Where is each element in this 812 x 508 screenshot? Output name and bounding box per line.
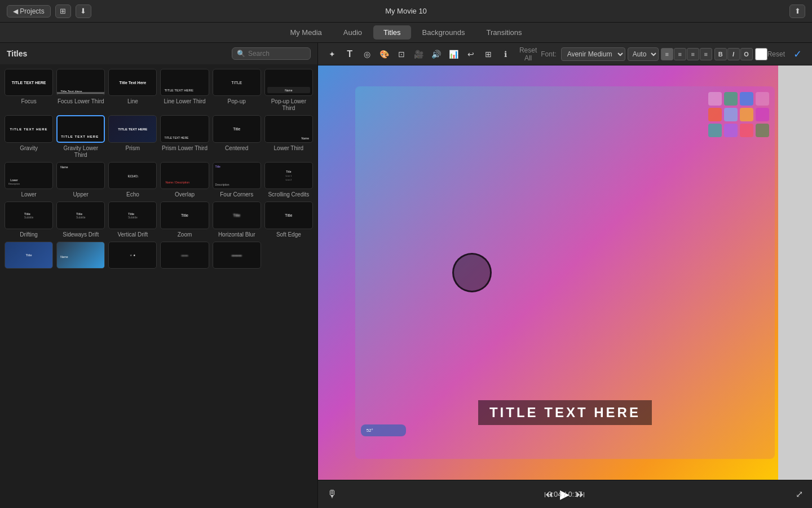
style-button[interactable]: ◎ [359, 46, 374, 62]
title-thumb-gravity: TITLE TEXT HERE [5, 115, 53, 142]
italic-button[interactable]: I [727, 48, 740, 60]
title-name-drifting: Drifting [20, 231, 38, 238]
list-item[interactable]: TITLE TEXT HERE Gravity [5, 115, 53, 158]
list-item[interactable]: Title Text Here Focus [5, 69, 53, 112]
font-size-select[interactable]: Auto 12 24 36 48 [628, 47, 659, 61]
list-item[interactable]: TITLE TEXT HERE Prism Lower Third [160, 115, 209, 158]
info-button[interactable]: ℹ [498, 46, 513, 62]
magic-wand-button[interactable]: ✦ [325, 46, 340, 62]
titles-panel: Titles 🔍 Title Text Here Focus Title Tex… [0, 43, 318, 508]
tab-backgrounds[interactable]: Backgrounds [412, 25, 475, 40]
letterbox-right [778, 65, 812, 480]
title-thumb-sideways-drift: Title Subtitle [56, 202, 105, 229]
tab-transitions[interactable]: Transitions [476, 25, 532, 40]
title-name-focus: Focus [21, 98, 36, 105]
app-title: My Movie 10 [385, 7, 427, 15]
list-item[interactable]: ECHO ECHO Echo [108, 162, 157, 198]
title-name-prism: Prism [126, 145, 140, 152]
transport-bar: 🎙 ⏮ ▶ ⏭ 0:04 / 0:17 ⤢ [318, 480, 812, 508]
title-thumb-scrolling-credits: Title Line 1 Line 2 [264, 162, 313, 189]
confirm-button[interactable]: ✓ [789, 46, 805, 62]
list-item[interactable]: ▬▬ [160, 242, 209, 271]
list-item[interactable]: Title Zoom [160, 202, 209, 238]
tab-audio[interactable]: Audio [333, 25, 372, 40]
title-thumb-extra5: ▬▬▬ [213, 242, 261, 269]
text-button[interactable]: T [342, 46, 358, 62]
list-item[interactable]: TITLE TEXT HERE Gravity Lower Third [56, 115, 105, 158]
list-item[interactable]: Title Horizontal Blur [213, 202, 261, 238]
projects-button[interactable]: ◀ Projects [7, 5, 51, 17]
title-name-focus-lower-third: Focus Lower Third [58, 98, 104, 105]
title-name-lower: Lower [21, 191, 36, 198]
list-item[interactable]: Name [56, 242, 105, 271]
camera-button[interactable]: 🎥 [412, 46, 427, 62]
list-item[interactable]: Title Subtitle Sideways Drift [56, 202, 105, 238]
list-item[interactable]: Title Text Here Focus Lower Third [56, 69, 105, 112]
list-item[interactable]: Title Description Four Corners [213, 162, 261, 198]
list-item[interactable]: Title Subtitle Drifting [5, 202, 53, 238]
share-button[interactable]: ⬆ [789, 5, 805, 18]
title-name-line-lower-third: Line Lower Third [164, 98, 205, 105]
main-layout: Titles 🔍 Title Text Here Focus Title Tex… [0, 43, 812, 508]
titles-grid: Title Text Here Focus Title Text Here Fo… [0, 64, 317, 508]
search-input[interactable] [248, 50, 306, 58]
title-name-gravity-lower-third: Gravity Lower Third [56, 145, 105, 159]
list-item[interactable]: Title Centered [213, 115, 261, 158]
grid-view-button[interactable]: ⊞ [55, 5, 71, 18]
speed-button[interactable]: ↩ [464, 46, 479, 62]
align-center-button[interactable]: ≡ [674, 48, 686, 60]
align-right-button[interactable]: ≡ [687, 48, 699, 60]
list-item[interactable]: Title Pop-up [213, 69, 261, 112]
outline-button[interactable]: O [740, 48, 753, 60]
volume-button[interactable]: 🔊 [429, 46, 444, 62]
mic-button[interactable]: 🎙 [327, 488, 337, 500]
search-box[interactable]: 🔍 [232, 47, 311, 60]
tab-my-media[interactable]: My Media [280, 25, 332, 40]
list-item[interactable]: Title Text Here Line [108, 69, 157, 112]
toolbar-right: Reset ✓ [767, 46, 805, 62]
chart-button[interactable]: 📊 [446, 46, 461, 62]
title-thumb-overlap: Name / Description [160, 162, 209, 189]
list-item[interactable]: ★★ [108, 242, 157, 271]
align-justify-button[interactable]: ≡ [700, 48, 712, 60]
list-item[interactable]: ▬▬▬ [213, 242, 261, 271]
list-item[interactable]: TITLE TEXT HERE Prism [108, 115, 157, 158]
title-thumb-extra1: Title [5, 242, 53, 269]
color-swatch[interactable] [755, 48, 767, 60]
list-item[interactable]: Title Line 1 Line 2 Scrolling Credits [264, 162, 313, 198]
current-time: 0:04 [548, 490, 562, 498]
title-name-pop-up: Pop-up [228, 98, 246, 105]
crop-button[interactable]: ⊡ [394, 46, 409, 62]
download-button[interactable]: ⬇ [76, 5, 91, 18]
list-item[interactable]: LowerDescription Lower [5, 162, 53, 198]
nav-tabs: My Media Audio Titles Backgrounds Transi… [0, 23, 812, 43]
list-item[interactable]: Name Pop-up Lower Third [264, 69, 313, 112]
list-item[interactable]: Title Soft Edge [264, 202, 313, 238]
list-item[interactable]: Name Upper [56, 162, 105, 198]
tab-titles[interactable]: Titles [373, 25, 411, 40]
list-item[interactable]: TITLE TEXT HERE Line Lower Third [160, 69, 209, 112]
title-name-prism-lower-third: Prism Lower Third [162, 145, 208, 152]
title-thumb-vertical-drift: Title Subtitle [108, 202, 157, 229]
right-panel: ✦ T ◎ 🎨 ⊡ 🎥 🔊 📊 ↩ ⊞ ℹ Reset All Font: Av… [318, 43, 812, 508]
title-name-pop-up-lower-third: Pop-up Lower Third [264, 98, 313, 112]
color-button[interactable]: 🎨 [377, 46, 392, 62]
list-item[interactable]: Title [5, 242, 53, 271]
title-thumb-soft-edge: Title [264, 202, 313, 229]
title-name-centered: Centered [225, 145, 248, 152]
top-bar-left: ◀ Projects ⊞ ⬇ [7, 5, 91, 18]
list-item[interactable]: Name Lower Third [264, 115, 313, 158]
font-label: Font: [541, 50, 556, 58]
title-thumb-extra4: ▬▬ [160, 242, 209, 269]
list-item[interactable]: Title Subtitle Vertical Drift [108, 202, 157, 238]
title-name-overlap: Overlap [175, 191, 195, 198]
reset-all-button[interactable]: Reset All [515, 46, 541, 62]
font-select[interactable]: Avenir Medium Arial Helvetica [561, 47, 625, 61]
bold-button[interactable]: B [714, 48, 727, 60]
reset-button[interactable]: Reset [767, 50, 785, 58]
align-left-button[interactable]: ≡ [661, 48, 673, 60]
title-thumb-line: Title Text Here [108, 69, 157, 96]
list-item[interactable]: Name / Description Overlap [160, 162, 209, 198]
overlay-button[interactable]: ⊞ [481, 46, 496, 62]
fullscreen-button[interactable]: ⤢ [796, 489, 803, 500]
